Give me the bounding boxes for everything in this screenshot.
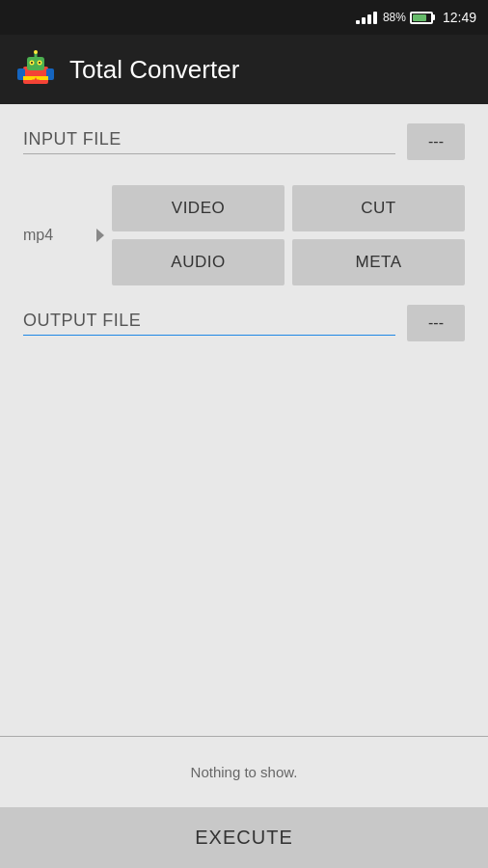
cut-button[interactable]: CUT (292, 185, 465, 231)
input-file-underline (23, 153, 395, 154)
signal-icon (356, 11, 377, 24)
audio-button[interactable]: AUDIO (112, 239, 285, 285)
output-file-section: OUTPUT FILE --- (0, 295, 488, 351)
video-button[interactable]: VIDEO (112, 185, 285, 231)
option-buttons: VIDEO CUT AUDIO META (112, 185, 465, 285)
main-content: INPUT FILE --- mp4 VIDEO CUT AUDIO META … (0, 104, 488, 868)
svg-point-7 (34, 50, 38, 54)
battery-percent: 88% (383, 11, 406, 24)
svg-rect-12 (27, 84, 35, 89)
nothing-to-show: Nothing to show. (0, 737, 488, 807)
input-file-label: INPUT FILE (23, 129, 395, 153)
input-file-section: INPUT FILE --- (0, 104, 488, 170)
input-file-browse-button[interactable]: --- (407, 123, 465, 160)
svg-rect-1 (27, 57, 44, 70)
app-icon (15, 49, 56, 90)
svg-point-4 (31, 62, 33, 64)
execute-button[interactable]: EXECUTE (0, 807, 488, 868)
empty-area: Nothing to show. (0, 351, 488, 807)
input-file-label-container: INPUT FILE (23, 129, 395, 154)
app-title: Total Converter (69, 55, 239, 85)
app-bar: Total Converter (0, 35, 488, 104)
battery-container: 88% (383, 11, 433, 24)
meta-button[interactable]: META (292, 239, 465, 285)
svg-rect-13 (37, 84, 44, 89)
status-bar: 88% 12:49 (0, 0, 488, 35)
format-label: mp4 (23, 227, 100, 244)
output-file-label: OUTPUT FILE (23, 311, 395, 335)
battery-icon (410, 12, 433, 24)
output-file-browse-button[interactable]: --- (407, 305, 465, 341)
output-file-underline (23, 335, 395, 336)
svg-point-5 (39, 62, 41, 64)
output-file-label-container: OUTPUT FILE (23, 311, 395, 336)
options-row: mp4 VIDEO CUT AUDIO META (0, 170, 488, 295)
status-time: 12:49 (443, 10, 476, 25)
